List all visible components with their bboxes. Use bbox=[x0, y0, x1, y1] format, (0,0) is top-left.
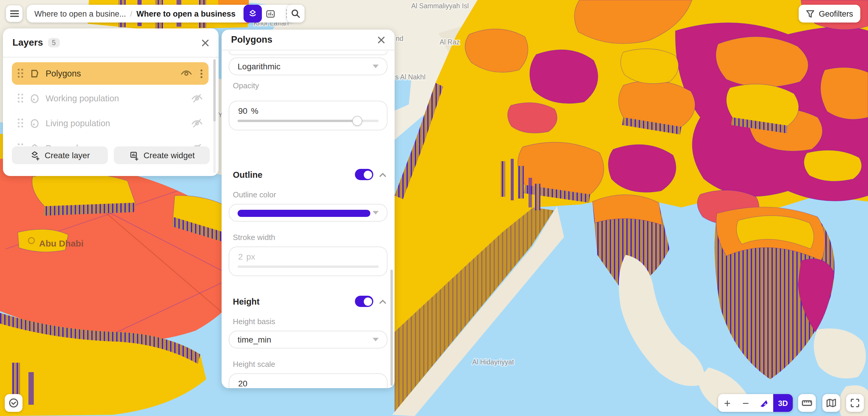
scrolled-control-sliver bbox=[229, 51, 388, 55]
scale-type-value: Logarithmic bbox=[238, 62, 281, 71]
layer-row-working-population[interactable]: Working population bbox=[12, 87, 209, 110]
app-viewport: Al Sammaliyyah Isl Al Raz Khor Laffan s … bbox=[0, 0, 868, 416]
geofilters-label: Geofilters bbox=[819, 9, 853, 18]
search-icon bbox=[291, 9, 300, 18]
height-scale-control: 20 bbox=[229, 373, 388, 388]
create-widget-button[interactable]: Create widget bbox=[114, 146, 210, 164]
map-label-sammaliyyah: Al Sammaliyyah Isl bbox=[411, 2, 469, 10]
height-basis-select[interactable]: time_min bbox=[229, 331, 388, 349]
mode-3d-button[interactable]: 3D bbox=[773, 394, 793, 412]
layers-toggle-button[interactable] bbox=[243, 5, 261, 23]
outline-color-select[interactable] bbox=[229, 204, 388, 221]
hamburger-icon bbox=[10, 10, 19, 17]
layers-count-badge: 5 bbox=[48, 38, 60, 48]
stroke-width-control: 2px bbox=[229, 246, 388, 276]
opacity-slider[interactable] bbox=[238, 120, 379, 122]
layers-panel: Layers 5 Polygons bbox=[3, 28, 219, 176]
breadcrumb-separator: / bbox=[130, 9, 132, 18]
chart-icon bbox=[266, 8, 276, 19]
basemap-button[interactable] bbox=[823, 394, 840, 412]
menu-button[interactable] bbox=[6, 5, 23, 22]
layer-menu-icon[interactable] bbox=[200, 69, 203, 78]
clock-icon bbox=[8, 398, 19, 408]
outline-section-header: Outline bbox=[233, 169, 386, 180]
funnel-icon bbox=[806, 9, 815, 18]
polygons-close-button[interactable] bbox=[377, 36, 385, 43]
eye-icon[interactable] bbox=[181, 69, 192, 78]
drag-handle-icon[interactable] bbox=[18, 69, 24, 78]
chevron-up-icon[interactable] bbox=[379, 172, 386, 177]
chevron-down-icon bbox=[373, 211, 379, 214]
layer-label: Polygons bbox=[45, 69, 81, 78]
create-layer-label: Create layer bbox=[45, 150, 90, 160]
polygon-layer-icon bbox=[30, 68, 40, 79]
compass-icon bbox=[759, 398, 769, 408]
layers-close-button[interactable] bbox=[202, 39, 209, 47]
stroke-width-unit: px bbox=[246, 252, 255, 261]
polygons-scrollbar-thumb[interactable] bbox=[391, 270, 393, 386]
height-scale-label: Height scale bbox=[233, 360, 275, 368]
population-layer-icon bbox=[30, 93, 40, 103]
stroke-width-value[interactable]: 2 bbox=[238, 252, 243, 261]
zoom-controls: + − 3D bbox=[718, 394, 793, 412]
layers-panel-title: Layers bbox=[12, 37, 43, 48]
compass-button[interactable] bbox=[755, 394, 773, 412]
ruler-icon bbox=[802, 399, 812, 407]
create-layer-icon bbox=[30, 150, 40, 160]
chevron-down-icon bbox=[373, 65, 379, 68]
layers-panel-actions: Create layer Create widget bbox=[3, 146, 219, 164]
drag-handle-icon[interactable] bbox=[18, 94, 24, 103]
map-label-city: Abu Dhabi bbox=[39, 239, 84, 248]
drag-handle-icon[interactable] bbox=[18, 119, 24, 128]
height-scale-value[interactable]: 20 bbox=[238, 379, 247, 388]
create-widget-label: Create widget bbox=[144, 150, 195, 160]
fullscreen-icon bbox=[850, 398, 860, 408]
polygons-settings-panel: Polygons Logarithmic Opacity 90% bbox=[222, 30, 395, 388]
history-button[interactable] bbox=[5, 394, 23, 412]
geofilters-button[interactable]: Geofilters bbox=[799, 5, 860, 23]
eye-off-icon[interactable] bbox=[191, 119, 203, 128]
layer-row-demand[interactable]: Demand bbox=[12, 137, 209, 147]
population-layer-icon bbox=[30, 118, 40, 128]
height-section-header: Height bbox=[233, 296, 386, 307]
scale-type-select[interactable]: Logarithmic bbox=[229, 58, 388, 75]
create-widget-icon bbox=[129, 150, 139, 160]
height-basis-label: Height basis bbox=[233, 317, 275, 326]
eye-off-icon[interactable] bbox=[191, 94, 203, 103]
polygons-panel-body: Logarithmic Opacity 90% Outline Ou bbox=[222, 50, 395, 388]
polygons-panel-title: Polygons bbox=[231, 34, 273, 45]
opacity-label: Opacity bbox=[233, 81, 259, 90]
layers-list: Polygons Working popu bbox=[3, 58, 214, 147]
zoom-out-button[interactable]: − bbox=[737, 394, 755, 412]
fullscreen-button[interactable] bbox=[846, 394, 864, 412]
layers-panel-header: Layers 5 bbox=[3, 28, 219, 57]
breadcrumb-current[interactable]: Where to open a business bbox=[136, 9, 236, 18]
search-button[interactable] bbox=[287, 5, 305, 23]
zoom-out-label: − bbox=[742, 397, 749, 409]
chevron-down-icon bbox=[373, 338, 379, 341]
breadcrumb-bar: Where to open a busine... / Where to ope… bbox=[27, 5, 295, 23]
zoom-in-label: + bbox=[724, 397, 731, 409]
layer-label: Working population bbox=[45, 94, 119, 103]
stroke-width-slider[interactable] bbox=[238, 266, 379, 268]
measure-button[interactable] bbox=[798, 394, 816, 412]
opacity-control: 90% bbox=[229, 101, 388, 130]
layers-scrollbar-thumb[interactable] bbox=[213, 59, 216, 121]
widgets-button[interactable] bbox=[261, 5, 279, 23]
chevron-up-icon[interactable] bbox=[379, 299, 386, 304]
create-layer-button[interactable]: Create layer bbox=[12, 146, 108, 164]
opacity-slider-knob[interactable] bbox=[352, 116, 363, 126]
layer-row-living-population[interactable]: Living population bbox=[12, 112, 209, 135]
outline-color-label: Outline color bbox=[233, 190, 276, 199]
opacity-unit: % bbox=[251, 106, 258, 116]
outline-toggle[interactable] bbox=[355, 169, 373, 180]
zoom-in-button[interactable]: + bbox=[718, 394, 737, 412]
close-icon bbox=[202, 39, 209, 47]
height-toggle[interactable] bbox=[355, 296, 373, 307]
breadcrumb-parent[interactable]: Where to open a busine... bbox=[34, 9, 126, 18]
map-label-hidayriyyat: Al Hidayriyyat bbox=[472, 358, 514, 366]
height-label: Height bbox=[233, 297, 259, 306]
opacity-value[interactable]: 90 bbox=[238, 106, 247, 116]
layer-row-polygons[interactable]: Polygons bbox=[12, 62, 209, 85]
stroke-width-label: Stroke width bbox=[233, 233, 275, 242]
